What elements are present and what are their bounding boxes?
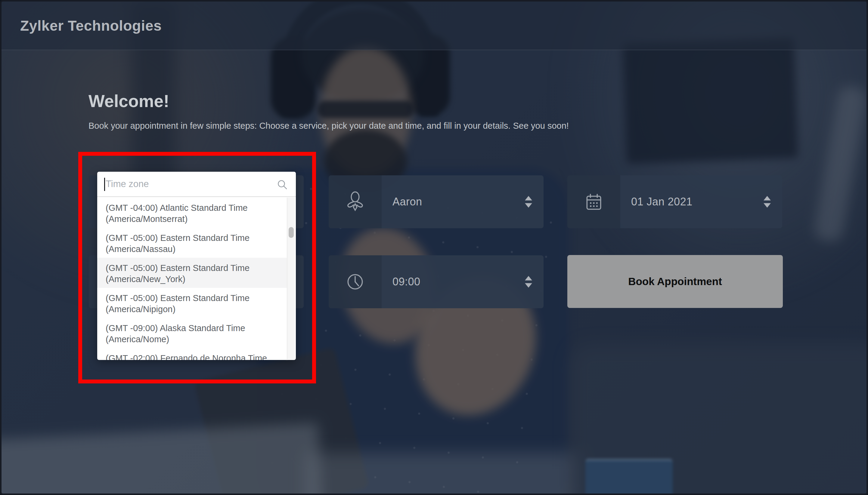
page-title: Welcome! xyxy=(88,91,569,111)
header-bar: Zylker Technologies xyxy=(1,1,867,50)
timezone-option[interactable]: (GMT -05:00) Eastern Standard Time (Amer… xyxy=(97,228,287,258)
person-icon xyxy=(329,175,382,228)
staff-selector[interactable]: Aaron xyxy=(329,175,543,228)
page-subtitle: Book your appointment in few simple step… xyxy=(88,121,569,131)
brand-title: Zylker Technologies xyxy=(20,17,162,34)
time-selector[interactable]: 09:00 xyxy=(329,255,543,308)
time-stepper-arrows[interactable] xyxy=(525,276,532,288)
booking-page: Zylker Technologies Welcome! Book your a… xyxy=(0,0,868,495)
timezone-option-clipped[interactable]: (GMT -02:00) Fernando de Noronha Time xyxy=(97,348,287,360)
date-selector[interactable]: 01 Jan 2021 xyxy=(567,175,782,228)
staff-value: Aaron xyxy=(382,175,543,228)
timezone-option[interactable]: (GMT -09:00) Alaska Standard Time (Ameri… xyxy=(97,318,287,348)
chevron-up-icon xyxy=(764,196,771,201)
chevron-down-icon xyxy=(525,203,532,208)
chevron-up-icon xyxy=(525,276,532,280)
time-value: 09:00 xyxy=(382,255,543,308)
scrollbar-thumb[interactable] xyxy=(289,227,294,238)
date-stepper-arrows[interactable] xyxy=(764,196,771,208)
clock-icon xyxy=(329,255,382,308)
hero-section: Welcome! Book your appointment in few si… xyxy=(88,91,569,131)
timezone-search-input[interactable] xyxy=(97,172,296,197)
timezone-option-highlighted[interactable]: (GMT -05:00) Eastern Standard Time (Amer… xyxy=(97,258,287,288)
book-appointment-button[interactable]: Book Appointment xyxy=(567,255,783,308)
chevron-up-icon xyxy=(525,196,532,201)
timezone-search-row xyxy=(97,172,296,197)
text-cursor xyxy=(104,178,105,191)
search-icon xyxy=(277,179,288,190)
calendar-icon xyxy=(567,175,620,228)
timezone-option[interactable]: (GMT -04:00) Atlantic Standard Time (Ame… xyxy=(97,198,287,228)
chevron-down-icon xyxy=(764,203,771,208)
timezone-dropdown: (GMT -04:00) Atlantic Standard Time (Ame… xyxy=(97,172,296,360)
timezone-option[interactable]: (GMT -05:00) Eastern Standard Time (Amer… xyxy=(97,288,287,318)
chevron-down-icon xyxy=(525,283,532,288)
timezone-option-list: (GMT -04:00) Atlantic Standard Time (Ame… xyxy=(97,198,287,360)
staff-stepper-arrows[interactable] xyxy=(525,196,532,208)
dropdown-scrollbar[interactable] xyxy=(287,198,295,359)
date-value: 01 Jan 2021 xyxy=(620,175,782,228)
